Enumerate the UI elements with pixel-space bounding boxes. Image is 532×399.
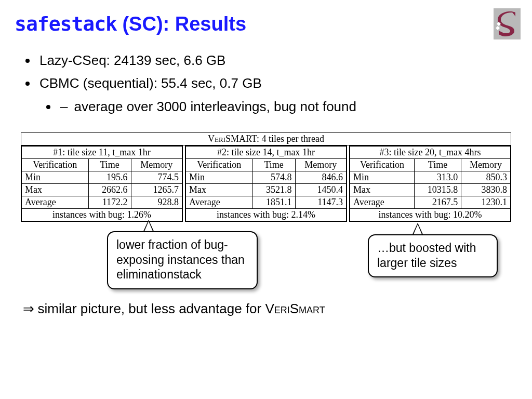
results-table: VeriSMART: 4 tiles per thread #1: tile s…: [21, 132, 511, 222]
title-rest: (SC): Results: [117, 13, 246, 35]
table-caption: VeriSMART: 4 tiles per thread: [21, 132, 511, 145]
callout-boosted: …but boosted with larger tile sizes: [368, 234, 498, 278]
callout-pointer-icon: [413, 223, 423, 234]
callout-lower-fraction: lower fraction of bug-exposing instances…: [107, 231, 258, 289]
title-code: safestack: [15, 12, 117, 35]
slide-title: safestack (SC): Results: [15, 12, 517, 35]
table-block-1: #1: tile size 11, t_max 1hr Verification…: [21, 145, 183, 222]
callout-pointer-icon: [143, 220, 154, 231]
conclusion: ⇒ similar picture, but less advantage fo…: [23, 301, 517, 317]
block3-bug: instances with bug: 10.20%: [350, 208, 511, 221]
bullet-list: Lazy-CSeq: 24139 sec, 6.6 GB CBMC (seque…: [37, 50, 517, 117]
block2-bug: instances with bug: 2.14%: [186, 208, 347, 221]
bullet-lazy-cseq: Lazy-CSeq: 24139 sec, 6.6 GB: [37, 50, 517, 71]
block1-bug: instances with bug: 1.26%: [22, 208, 182, 221]
university-logo-icon: [494, 8, 521, 39]
implies-arrow-icon: ⇒: [23, 301, 38, 316]
block2-header: #2: tile size 14, t_max 1hr: [186, 146, 347, 158]
block3-header: #3: tile size 20, t_max 4hrs: [350, 146, 511, 158]
table-block-3: #3: tile size 20, t_max 4hrs Verificatio…: [349, 145, 511, 222]
table-block-2: #2: tile size 14, t_max 1hr Verification…: [185, 145, 347, 222]
bullet-cbmc: CBMC (sequential): 55.4 sec, 0.7 GB: [37, 73, 517, 94]
sub-bullet-interleavings: average over 3000 interleavings, bug not…: [58, 96, 517, 117]
block1-header: #1: tile size 11, t_max 1hr: [22, 146, 182, 158]
